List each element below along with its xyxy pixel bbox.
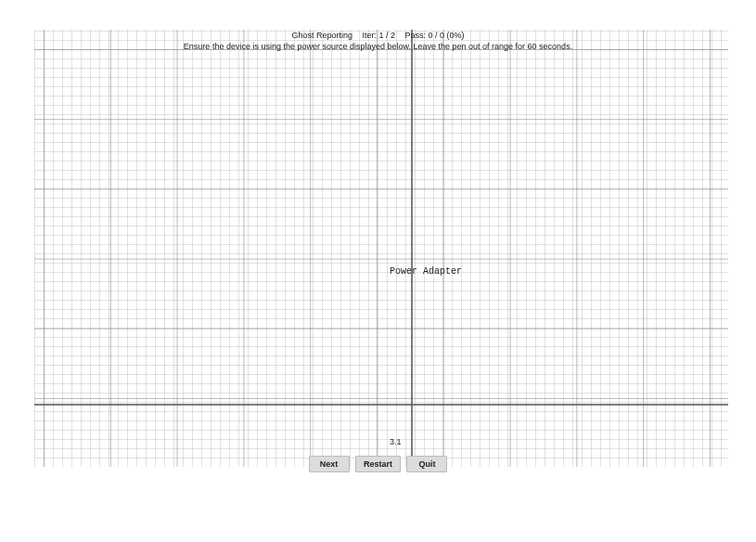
button-bar: Next Restart Quit	[0, 455, 756, 472]
axis-vertical	[411, 30, 413, 467]
restart-button[interactable]: Restart	[355, 456, 401, 472]
header: Ghost Reporting Iter: 1 / 2 Pass: 0 / 0 …	[0, 30, 756, 52]
header-line-1: Ghost Reporting Iter: 1 / 2 Pass: 0 / 0 …	[0, 30, 756, 41]
quit-button[interactable]: Quit	[406, 456, 447, 472]
pass-label: Pass: 0 / 0 (0%)	[405, 31, 465, 40]
next-button[interactable]: Next	[309, 456, 350, 472]
axis-horizontal	[34, 404, 728, 406]
grid-lines	[34, 30, 728, 467]
iteration-label: Iter: 1 / 2	[362, 31, 395, 40]
timer-label: 3.1	[390, 437, 402, 446]
grid-canvas	[34, 30, 728, 467]
instruction-label: Ensure the device is using the power sou…	[0, 41, 756, 52]
power-source-label: Power Adapter	[390, 266, 462, 277]
title-label: Ghost Reporting	[291, 31, 352, 40]
